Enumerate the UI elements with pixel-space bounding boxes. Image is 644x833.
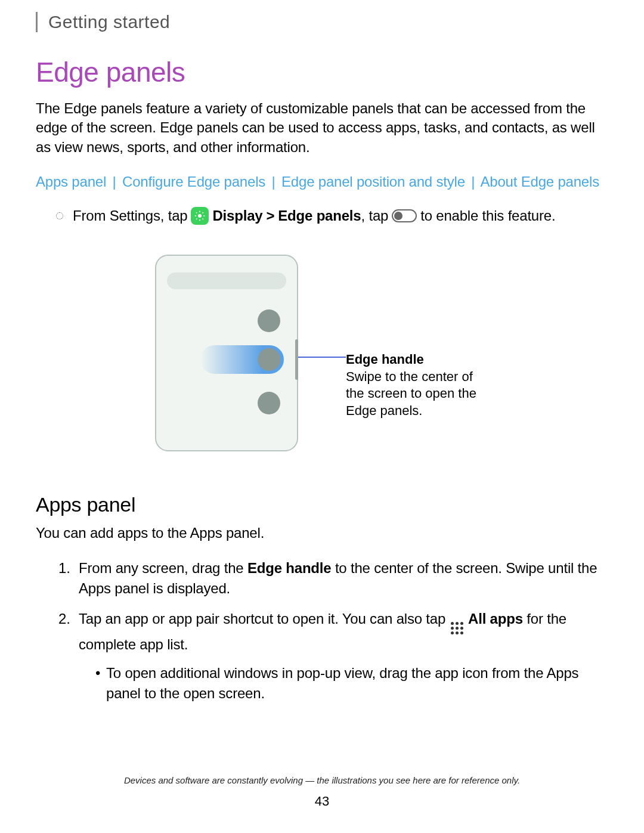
step-text: Tap an app or app pair shortcut to open …: [79, 611, 445, 627]
app-dot: [258, 392, 280, 414]
app-dot: [258, 348, 280, 371]
leader-line: [298, 357, 346, 358]
sub-item: To open additional windows in pop-up vie…: [95, 663, 608, 703]
svg-line-5: [196, 212, 197, 213]
toggle-icon: [392, 209, 417, 222]
app-dot: [258, 309, 280, 332]
steps-list: From any screen, drag the Edge handle to…: [58, 558, 608, 703]
link-separator: |: [469, 174, 477, 190]
breadcrumb: Getting started: [36, 12, 608, 32]
page-title: Edge panels: [36, 56, 608, 88]
svg-line-8: [203, 212, 204, 213]
topic-links: Apps panel | Configure Edge panels | Edg…: [36, 174, 608, 190]
bullet-icon: [56, 212, 63, 219]
link-about-edge-panels[interactable]: About Edge panels: [481, 174, 599, 190]
step-text: From any screen, drag the: [79, 560, 247, 576]
phone-illustration: [155, 255, 298, 451]
page-number: 43: [0, 794, 644, 809]
link-edge-panel-position[interactable]: Edge panel position and style: [281, 174, 465, 190]
edge-handle-label: Edge handle: [247, 560, 332, 576]
annotation-body: Swipe to the center of the screen to ope…: [346, 368, 489, 420]
svg-point-0: [198, 214, 202, 218]
intro-paragraph: The Edge panels feature a variety of cus…: [36, 99, 608, 157]
all-apps-icon: [451, 622, 463, 634]
svg-line-7: [196, 219, 197, 220]
link-separator: |: [110, 174, 119, 190]
instruction-line: From Settings, tap Display > Edge panels…: [56, 207, 608, 225]
sub-list: To open additional windows in pop-up vie…: [95, 663, 608, 703]
section-description: You can add apps to the Apps panel.: [36, 525, 608, 541]
gt-symbol: >: [266, 208, 274, 224]
illustration: Edge handle Swipe to the center of the s…: [36, 255, 608, 451]
all-apps-label: All apps: [468, 611, 523, 627]
instruction-text: From Settings, tap: [73, 208, 187, 224]
svg-line-6: [203, 219, 204, 220]
footer: Devices and software are constantly evol…: [0, 775, 644, 809]
phone-search-bar: [167, 272, 286, 289]
footer-note: Devices and software are constantly evol…: [0, 775, 644, 785]
annotation-title: Edge handle: [346, 351, 489, 368]
link-apps-panel[interactable]: Apps panel: [36, 174, 106, 190]
step-item: From any screen, drag the Edge handle to…: [58, 558, 608, 598]
edge-panels-label: Edge panels: [278, 208, 361, 224]
link-separator: |: [270, 174, 278, 190]
display-label: Display: [212, 208, 262, 224]
instruction-text: to enable this feature.: [420, 208, 555, 224]
section-heading-apps-panel: Apps panel: [36, 493, 608, 516]
link-configure-edge-panels[interactable]: Configure Edge panels: [122, 174, 265, 190]
edge-handle-bar: [295, 339, 298, 380]
display-icon: [191, 207, 209, 225]
instruction-text: , tap: [361, 208, 388, 224]
step-item: Tap an app or app pair shortcut to open …: [58, 609, 608, 703]
annotation: Edge handle Swipe to the center of the s…: [346, 351, 489, 419]
